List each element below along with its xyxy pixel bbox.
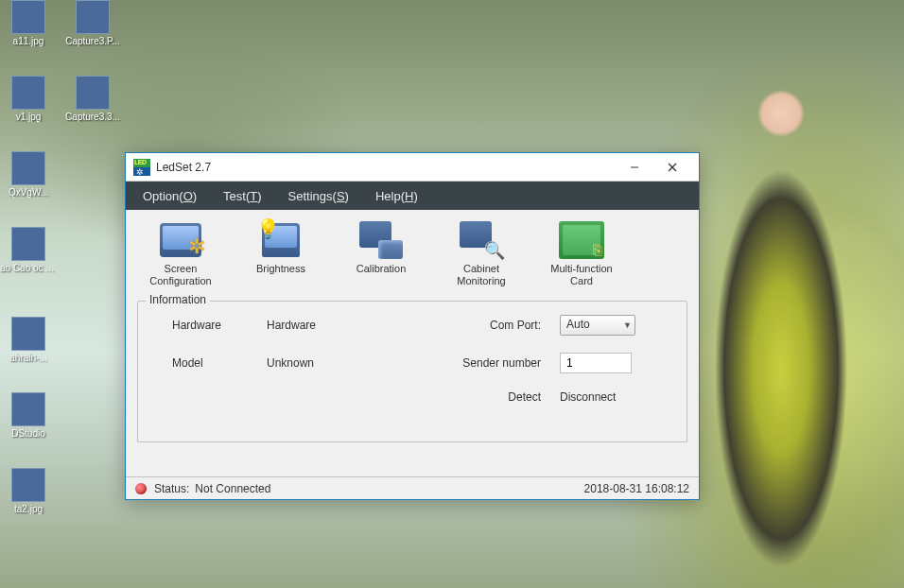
com-port-cell: Auto ▼ [560, 315, 673, 336]
app-icon [133, 159, 150, 176]
hardware-label: Hardware [153, 319, 267, 332]
file-icon [76, 0, 110, 34]
desktop-icon[interactable]: Capture3.P... [64, 0, 121, 46]
file-icon [76, 76, 110, 110]
minimize-icon [630, 163, 639, 172]
tool-label: Cabinet Monitoring [438, 263, 525, 287]
desktop-icon-label: DStudio [0, 428, 57, 439]
tool-label: Screen Configuration [137, 263, 224, 287]
desktop-icon-label: QxVgW... [0, 187, 57, 198]
titlebar[interactable]: LedSet 2.7 [126, 153, 699, 182]
com-port-label: Com Port: [409, 319, 560, 332]
titlebar-controls [616, 154, 691, 181]
desktop-icon-label: a11.jpg [0, 36, 57, 46]
detect-button[interactable]: Detect [508, 390, 541, 404]
sender-number-cell [560, 353, 673, 373]
hardware-value: Hardware [267, 319, 409, 332]
model-label: Model [153, 356, 267, 370]
menu-help[interactable]: Help(H) [362, 183, 431, 209]
file-icon [11, 317, 45, 351]
file-icon [11, 76, 45, 110]
menu-option[interactable]: Option(O) [130, 183, 210, 209]
desktop-icon[interactable]: ta2.jpg [0, 468, 57, 514]
close-icon [668, 163, 677, 172]
com-port-select[interactable]: Auto [560, 315, 635, 336]
toolbar: Screen Configuration Brightness Calibrat… [126, 210, 699, 295]
tool-calibration[interactable]: Calibration [336, 217, 426, 277]
close-button[interactable] [653, 154, 691, 181]
desktop-figure [705, 38, 857, 567]
desktop-icon[interactable]: Capture3.3... [64, 76, 121, 122]
desktop-icon-label: ta2.jpg [0, 504, 57, 514]
desktop-icon-label: ahrain-... [0, 353, 57, 363]
disconnect-button[interactable]: Disconnect [560, 390, 616, 404]
menu-option-label: Option(O) [143, 189, 197, 203]
tool-label: Brightness [256, 263, 305, 275]
desktop-icon[interactable]: v1.jpg [0, 76, 57, 122]
desktop-icon-label: Capture3.3... [64, 112, 121, 122]
desktop-icon[interactable]: ao Cao oc An... [0, 227, 57, 273]
status-indicator-icon [135, 483, 147, 494]
sender-number-input[interactable] [560, 353, 632, 373]
menubar: Option(O) Test(T) Settings(S) Help(H) [126, 182, 699, 210]
menu-settings-label: Settings(S) [288, 189, 349, 203]
desktop-icon-label: Capture3.P... [64, 36, 121, 46]
status-label: Status: [154, 482, 189, 495]
status-datetime: 2018-08-31 16:08:12 [584, 482, 689, 495]
desktop-icon[interactable]: a11.jpg [0, 0, 57, 46]
tool-brightness[interactable]: Brightness [235, 217, 326, 277]
desktop-icon[interactable]: DStudio [0, 392, 57, 439]
tool-label: Calibration [356, 263, 407, 275]
menu-test[interactable]: Test(T) [210, 183, 274, 209]
menu-settings[interactable]: Settings(S) [275, 183, 362, 209]
statusbar: Status: Not Connected 2018-08-31 16:08:1… [126, 476, 699, 499]
tool-multi-function-card[interactable]: Multi-function Card [536, 217, 627, 289]
file-icon [11, 151, 45, 185]
cabinet-monitoring-icon [459, 219, 504, 261]
status-value: Not Connected [195, 482, 270, 495]
tool-cabinet-monitoring[interactable]: Cabinet Monitoring [436, 217, 527, 289]
calibration-icon [358, 219, 404, 261]
minimize-button[interactable] [616, 154, 653, 181]
desktop-icon[interactable]: QxVgW... [0, 151, 57, 198]
ledset-window: LedSet 2.7 Option(O) Test(T) Settings(S)… [125, 152, 700, 500]
content-area: Information Hardware Hardware Com Port: … [126, 295, 699, 476]
screen-config-icon [158, 219, 203, 261]
tool-screen-configuration[interactable]: Screen Configuration [135, 217, 226, 289]
sender-number-label: Sender number [409, 356, 560, 370]
file-icon [11, 0, 45, 34]
file-icon [11, 392, 45, 426]
information-group: Information Hardware Hardware Com Port: … [137, 301, 687, 442]
information-legend: Information [146, 293, 210, 306]
file-icon [11, 468, 45, 502]
multi-function-card-icon [559, 219, 604, 261]
desktop-icon-label: ao Cao oc An... [0, 263, 57, 273]
window-title: LedSet 2.7 [156, 161, 616, 174]
file-icon [11, 227, 45, 261]
menu-test-label: Test(T) [223, 189, 261, 203]
tool-label: Multi-function Card [538, 263, 625, 287]
brightness-icon [258, 219, 304, 261]
desktop-icon-label: v1.jpg [0, 112, 57, 122]
model-value: Unknown [267, 356, 409, 370]
menu-help-label: Help(H) [375, 189, 418, 203]
desktop-icon[interactable]: ahrain-... [0, 317, 57, 363]
